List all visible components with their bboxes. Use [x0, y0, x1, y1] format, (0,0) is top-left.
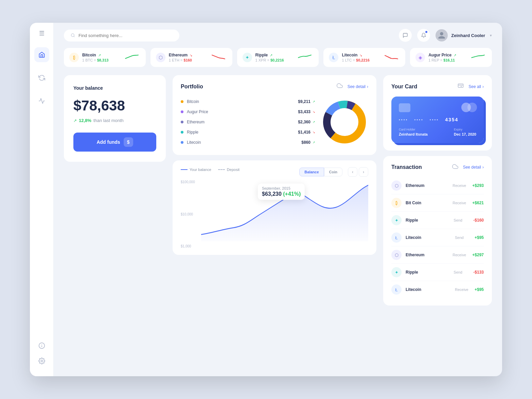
card-number-row: •••• •••• •••• 4354 [399, 117, 476, 122]
donut-chart [321, 98, 368, 146]
card-last4: 4354 [445, 117, 458, 122]
chart-btn-balance[interactable]: Balance [299, 168, 324, 176]
header: Zeinhard Cooler ▾ [54, 23, 502, 48]
portfolio-item: Ethereum $2,360 ↗ [181, 117, 315, 127]
portfolio-trend-icon: ↗ [313, 100, 315, 103]
sidebar: ☰ [30, 23, 54, 376]
ticker-card-xpr[interactable]: ✦ Ripple ↗ 1 XPR = $0,2216 [237, 48, 319, 67]
your-card-section: Your Card See all › [383, 75, 492, 151]
add-funds-button[interactable]: Add funds $ [73, 133, 156, 152]
ticker-value: 1 BTC = $8,313 [82, 58, 120, 62]
transaction-item[interactable]: ₿ Bit Coin Receive +$621 [391, 194, 484, 212]
transaction-item[interactable]: Ł Litecoin Send +$95 [391, 229, 484, 246]
transaction-item[interactable]: ⬡ Ethereum Receive +$293 [391, 177, 484, 194]
portfolio-item-left: Ripple [181, 130, 198, 135]
user-name: Zeinhard Cooler [451, 33, 485, 38]
ticker-info-xpr: Ripple ↗ 1 XPR = $0,2216 [255, 53, 293, 62]
card-see-all[interactable]: See all › [468, 84, 484, 89]
portfolio-item: Ripple $1,416 ↘ [181, 127, 315, 137]
card-dots-1: •••• [399, 118, 408, 122]
transaction-item[interactable]: Ł Litecoin Receive +$95 [391, 281, 484, 298]
portfolio-item-right: $2,360 ↗ [298, 120, 315, 124]
portfolio-item-right: $860 ↗ [301, 140, 315, 145]
balance-change-text: than last month [93, 118, 124, 123]
ticker-sparkline [296, 53, 313, 62]
transaction-item[interactable]: ✦ Ripple Send -$133 [391, 264, 484, 281]
legend-line-icon [181, 169, 188, 170]
chart-tooltip: September, 2015 $63,230 (+41%) [258, 184, 305, 200]
ticker-card-btc[interactable]: ₿ Bitcoin ↗ 1 BTC = $8,313 [64, 48, 146, 67]
messages-button[interactable] [399, 29, 412, 42]
card-dots-2: •••• [414, 118, 423, 122]
portfolio-see-detail[interactable]: See detail › [348, 84, 368, 89]
portfolio-dot-icon [181, 131, 183, 134]
transaction-item[interactable]: ✦ Ripple Send -$160 [391, 212, 484, 229]
search-bar[interactable] [64, 30, 179, 41]
chart-btn-coin[interactable]: Coin [324, 168, 342, 176]
balance-pct: 12,8% [79, 118, 91, 123]
ticker-card-ltc[interactable]: Ł Litecoin ↘ 1 LTC = $0,2216 [323, 48, 405, 67]
tx-amount: +$293 [472, 183, 484, 188]
svg-point-4 [71, 34, 74, 37]
content-area: ₿ Bitcoin ↗ 1 BTC = $8,313 ⬡ Ethereum ↘ … [54, 48, 502, 376]
search-input[interactable] [78, 33, 173, 38]
portfolio-item: Litecoin $860 ↗ [181, 137, 315, 148]
transaction-cloud-icon[interactable] [452, 163, 458, 171]
card-expiry-date: Dec 17, 2020 [454, 132, 476, 136]
portfolio-dot-icon [181, 100, 183, 103]
tx-icon-ltc: Ł [391, 232, 402, 243]
portfolio-dot-icon [181, 121, 183, 123]
svg-line-5 [74, 36, 74, 37]
tx-type: Send [455, 236, 475, 240]
portfolio-item-value: $9,211 [298, 99, 311, 104]
balance-label: Your balance [73, 85, 156, 91]
sidebar-item-refresh[interactable] [34, 70, 49, 85]
chart-next-button[interactable]: › [359, 167, 368, 177]
sidebar-item-settings[interactable] [38, 358, 45, 366]
sidebar-item-info[interactable] [38, 342, 45, 351]
tx-name: Litecoin [406, 235, 455, 240]
portfolio-item-name: Litecoin [187, 140, 201, 145]
credit-card: •••• •••• •••• 4354 Card Holder Zeinhard… [391, 97, 484, 143]
header-right: Zeinhard Cooler ▾ [399, 29, 492, 42]
card-logo [461, 103, 477, 112]
portfolio-list: Bitcoin $9,211 ↗ Augur Price $3,433 ↘ Et… [181, 97, 315, 148]
portfolio-item-left: Augur Price [181, 109, 208, 114]
ticker-info-rep: Augur Price ↗ 1 REP = $16,11 [428, 53, 466, 62]
ticker-trend-icon: ↗ [270, 53, 272, 57]
transaction-see-detail[interactable]: See detail › [463, 165, 484, 170]
app-shell: ☰ [30, 23, 502, 376]
portfolio-item-left: Ethereum [181, 120, 205, 124]
card-holder-info: Card Holder Zeinhard Itsnata [399, 128, 428, 136]
sidebar-bottom [38, 342, 45, 366]
notifications-button[interactable] [417, 29, 430, 42]
user-profile[interactable]: Zeinhard Cooler ▾ [436, 29, 492, 41]
sidebar-item-home[interactable] [34, 47, 49, 62]
add-funds-label: Add funds [96, 139, 120, 145]
tx-amount: +$621 [472, 201, 484, 205]
cloud-icon[interactable] [337, 83, 343, 90]
tx-name: Litecoin [406, 287, 455, 292]
tx-type: Receive [453, 184, 472, 188]
tx-type: Send [454, 270, 473, 274]
ticker-name: Ripple [255, 53, 268, 57]
chart-prev-button[interactable]: ‹ [348, 167, 357, 177]
tx-type: Receive [455, 288, 475, 292]
portfolio-dot-icon [181, 141, 183, 144]
balance-change: ↗ 12,8% than last month [73, 118, 156, 123]
svg-point-3 [41, 360, 42, 362]
ticker-card-eth[interactable]: ⬡ Ethereum ↘ 1 ETH = $160 [150, 48, 232, 67]
tx-icon-btc: ₿ [391, 198, 402, 208]
add-card-icon[interactable] [458, 83, 464, 90]
sidebar-item-activity[interactable] [34, 93, 49, 108]
ticker-sparkline [123, 53, 140, 62]
svg-rect-13 [458, 84, 463, 88]
ticker-card-rep[interactable]: ◈ Augur Price ↗ 1 REP = $16,11 [410, 48, 492, 67]
ticker-name: Litecoin [342, 53, 357, 57]
transaction-title: Transaction [391, 164, 422, 170]
chart-svg-area: September, 2015 $63,230 (+41%) [201, 180, 368, 241]
menu-icon[interactable]: ☰ [39, 30, 45, 37]
transaction-section: Transaction See detail › [383, 156, 492, 306]
main-content: Zeinhard Cooler ▾ ₿ Bitcoin ↗ 1 BTC = $8… [54, 23, 502, 376]
transaction-item[interactable]: ⬡ Ethereum Receive +$297 [391, 246, 484, 264]
